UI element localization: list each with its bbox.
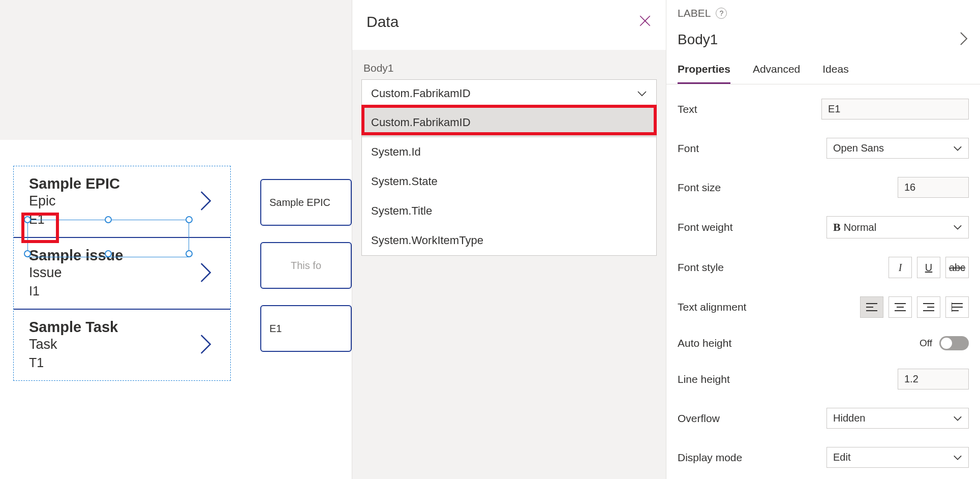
overflow-label: Overflow (678, 412, 720, 425)
underline-button[interactable]: U (917, 257, 940, 278)
underline-icon: U (925, 262, 932, 274)
fontsize-input[interactable]: 16 (898, 177, 969, 198)
chevron-down-icon (953, 145, 962, 152)
autoheight-value: Off (920, 338, 932, 349)
dropdown-option[interactable]: System.Id (362, 137, 656, 167)
displaymode-select[interactable]: Edit (826, 447, 969, 468)
item-title: Sample Task (29, 319, 220, 336)
data-section-label: Body1 (363, 62, 657, 74)
chevron-right-icon[interactable] (198, 333, 215, 358)
close-icon[interactable] (638, 14, 652, 29)
chevron-down-icon (953, 415, 962, 422)
autoheight-toggle[interactable] (939, 336, 969, 350)
align-label: Text alignment (678, 301, 746, 313)
strikethrough-icon: abc (949, 262, 965, 274)
text-label: Text (678, 103, 697, 115)
align-left-button[interactable] (860, 296, 883, 318)
align-justify-button[interactable] (945, 296, 969, 318)
dropdown-selected-text: Custom.FabrikamID (371, 87, 471, 100)
dropdown-option[interactable]: System.Title (362, 196, 656, 226)
lineheight-input[interactable]: 1.2 (898, 369, 969, 390)
control-name: Body1 (678, 32, 718, 48)
properties-panel: LABEL ? Body1 Properties Advanced Ideas … (666, 0, 980, 479)
strikethrough-button[interactable]: abc (945, 257, 969, 278)
dropdown-option[interactable]: System.WorkItemType (362, 226, 656, 255)
canvas-area: Sample EPIC Epic E1 Sample issue Issue I… (0, 0, 352, 479)
chevron-down-icon (953, 455, 962, 461)
overflow-select[interactable]: Hidden (826, 408, 969, 429)
align-right-icon (923, 303, 934, 312)
italic-button[interactable]: I (889, 257, 912, 278)
bold-icon: B (833, 221, 841, 233)
item-type: Epic (29, 193, 220, 209)
data-panel: Data Body1 Custom.FabrikamID Custom.Fabr… (352, 0, 666, 479)
fontweight-label: Font weight (678, 221, 733, 233)
item-type: Issue (29, 265, 220, 281)
dropdown-option[interactable]: System.State (362, 167, 656, 196)
item-title: Sample EPIC (29, 175, 220, 192)
italic-icon: I (899, 262, 902, 274)
chevron-down-icon (637, 90, 647, 97)
highlight-annotation (21, 213, 59, 243)
dropdown-selected[interactable]: Custom.FabrikamID (362, 80, 656, 107)
control-type-label: LABEL ? (678, 7, 969, 19)
font-select[interactable]: Open Sans (826, 138, 969, 159)
gallery-item[interactable]: Sample Task Task T1 (14, 310, 230, 380)
align-right-button[interactable] (917, 296, 940, 318)
tab-properties[interactable]: Properties (678, 63, 730, 84)
displaymode-label: Display mode (678, 452, 742, 464)
dropdown-option[interactable]: Custom.FabrikamID (362, 108, 656, 137)
align-center-button[interactable] (889, 296, 912, 318)
align-center-icon (895, 303, 906, 312)
chevron-right-icon[interactable] (198, 189, 215, 215)
canvas-background (0, 0, 352, 140)
preview-card[interactable]: Sample EPIC (260, 179, 352, 226)
chevron-down-icon (953, 224, 962, 230)
data-panel-title: Data (366, 13, 399, 31)
item-id: I1 (29, 284, 220, 298)
overflow-value: Hidden (833, 412, 865, 424)
field-dropdown[interactable]: Custom.FabrikamID Custom.FabrikamID Syst… (361, 79, 657, 256)
info-icon[interactable]: ? (716, 8, 727, 19)
fontsize-label: Font size (678, 182, 721, 194)
chevron-right-icon[interactable] (959, 31, 969, 49)
autoheight-label: Auto height (678, 337, 731, 349)
properties-tabs: Properties Advanced Ideas (666, 63, 980, 84)
item-id: T1 (29, 355, 220, 370)
font-label: Font (678, 142, 699, 155)
dropdown-list: Custom.FabrikamID System.Id System.State… (362, 107, 656, 255)
text-input[interactable]: E1 (821, 99, 969, 119)
tab-advanced[interactable]: Advanced (753, 63, 800, 84)
tab-ideas[interactable]: Ideas (822, 63, 848, 84)
fontweight-value: Normal (844, 222, 876, 233)
chevron-right-icon[interactable] (198, 261, 215, 286)
fontweight-select[interactable]: BNormal (826, 216, 969, 238)
lineheight-label: Line height (678, 373, 730, 385)
fontstyle-label: Font style (678, 261, 724, 274)
displaymode-value: Edit (833, 452, 850, 463)
preview-column: Sample EPIC This fo E1 (260, 179, 352, 368)
preview-card[interactable]: E1 (260, 305, 352, 352)
preview-card[interactable]: This fo (260, 242, 352, 289)
font-value: Open Sans (833, 142, 884, 154)
align-left-icon (866, 303, 877, 312)
gallery[interactable]: Sample EPIC Epic E1 Sample issue Issue I… (13, 166, 231, 381)
item-type: Task (29, 337, 220, 352)
align-justify-icon (952, 303, 963, 312)
